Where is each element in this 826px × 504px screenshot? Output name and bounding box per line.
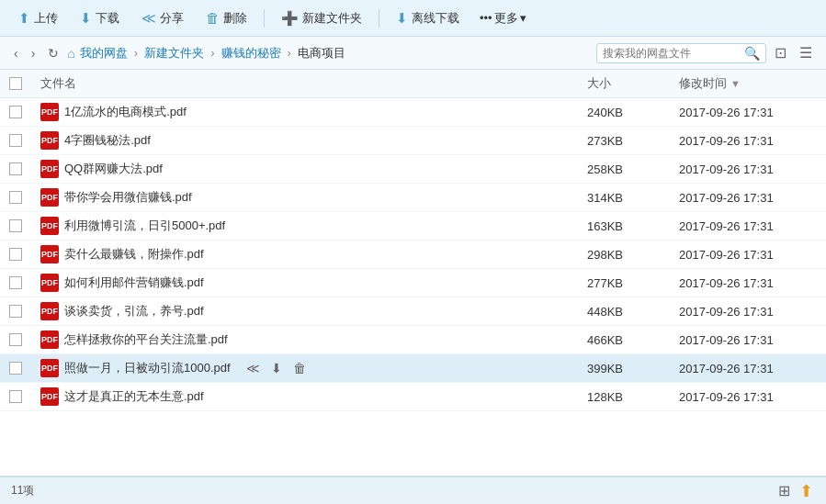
- row-checkbox-6[interactable]: [9, 276, 22, 289]
- row-modified-8: 2017-09-26 17:31: [679, 333, 817, 347]
- row-check-1: [9, 134, 37, 147]
- breadcrumb-home[interactable]: 我的网盘: [77, 44, 130, 62]
- row-download-btn-9[interactable]: ⬇: [268, 360, 285, 376]
- refresh-button[interactable]: ↻: [43, 44, 63, 62]
- row-actions-9: ≪ ⬇ 🗑: [243, 360, 309, 376]
- file-name-text-3: 带你学会用微信赚钱.pdf: [64, 189, 192, 206]
- breadcrumb-path: ⌂ 我的网盘 › 新建文件夹 › 赚钱的秘密 › 电商项目: [67, 44, 593, 62]
- row-name-8: PDF 怎样拯救你的平台关注流量.pdf: [37, 330, 587, 349]
- file-name-text-4: 利用微博引流，日引5000+.pdf: [64, 218, 225, 234]
- table-row[interactable]: PDF 这才是真正的无本生意.pdf 128KB 2017-09-26 17:3…: [0, 383, 826, 411]
- row-size-7: 448KB: [587, 305, 679, 319]
- file-name-text-1: 4字圈钱秘法.pdf: [64, 132, 151, 149]
- view-grid-button[interactable]: ⊡: [770, 42, 791, 63]
- row-size-2: 258KB: [587, 162, 679, 176]
- header-check: [9, 77, 37, 90]
- row-checkbox-10[interactable]: [9, 390, 22, 403]
- row-name-4: PDF 利用微博引流，日引5000+.pdf: [37, 217, 587, 235]
- share-icon: ≪: [141, 10, 156, 27]
- breadcrumb-level1[interactable]: 新建文件夹: [141, 44, 207, 62]
- download-button[interactable]: ⬇ 下载: [71, 6, 129, 30]
- status-icons: ⊞ ⬆: [776, 479, 815, 503]
- pdf-icon-1: PDF: [40, 131, 59, 150]
- search-input[interactable]: [603, 47, 741, 60]
- row-size-10: 128KB: [587, 390, 679, 404]
- row-check-9: [9, 362, 37, 375]
- row-size-8: 466KB: [587, 333, 679, 347]
- row-checkbox-4[interactable]: [9, 219, 22, 232]
- row-checkbox-3[interactable]: [9, 191, 22, 204]
- forward-button[interactable]: ›: [27, 44, 40, 62]
- upload-status-button[interactable]: ⬆: [798, 479, 815, 503]
- pdf-icon-5: PDF: [40, 245, 59, 263]
- view-list-button[interactable]: ☰: [795, 42, 817, 63]
- table-row[interactable]: PDF 怎样拯救你的平台关注流量.pdf 466KB 2017-09-26 17…: [0, 326, 826, 354]
- table-row[interactable]: PDF QQ群网赚大法.pdf 258KB 2017-09-26 17:31: [0, 155, 826, 184]
- row-checkbox-2[interactable]: [9, 162, 22, 175]
- table-row[interactable]: PDF 利用微博引流，日引5000+.pdf 163KB 2017-09-26 …: [0, 212, 826, 241]
- share-button[interactable]: ≪ 分享: [132, 6, 193, 30]
- delete-icon: 🗑: [206, 10, 220, 26]
- more-dots: •••: [480, 11, 492, 25]
- table-row[interactable]: PDF 卖什么最赚钱，附操作.pdf 298KB 2017-09-26 17:3…: [0, 241, 826, 269]
- pdf-icon-6: PDF: [40, 274, 59, 292]
- upload-button[interactable]: ⬆ 上传: [9, 6, 67, 30]
- row-checkbox-1[interactable]: [9, 134, 22, 147]
- search-button[interactable]: 🔍: [744, 46, 760, 61]
- row-size-3: 314KB: [587, 191, 679, 205]
- header-col-name: 文件名: [37, 75, 587, 92]
- row-checkbox-5[interactable]: [9, 248, 22, 261]
- breadcrumb-level2[interactable]: 赚钱的秘密: [219, 44, 284, 62]
- row-checkbox-9[interactable]: [9, 362, 22, 375]
- row-modified-4: 2017-09-26 17:31: [679, 219, 817, 233]
- row-check-5: [9, 248, 37, 261]
- row-check-4: [9, 219, 37, 232]
- row-modified-5: 2017-09-26 17:31: [679, 248, 817, 262]
- row-check-3: [9, 191, 37, 204]
- search-bar: 🔍: [596, 43, 766, 63]
- row-modified-2: 2017-09-26 17:31: [679, 162, 817, 176]
- more-button[interactable]: ••• 更多 ▾: [472, 6, 534, 30]
- row-checkbox-8[interactable]: [9, 333, 22, 346]
- row-name-5: PDF 卖什么最赚钱，附操作.pdf: [37, 245, 587, 263]
- row-check-10: [9, 390, 37, 403]
- pdf-icon-4: PDF: [40, 217, 59, 235]
- table-row[interactable]: PDF 如何利用邮件营销赚钱.pdf 277KB 2017-09-26 17:3…: [0, 269, 826, 297]
- file-list-header: 文件名 大小 修改时间 ▼: [0, 70, 826, 98]
- offline-download-button[interactable]: ⬇ 离线下载: [387, 6, 469, 30]
- file-name-text-9: 照做一月，日被动引流1000.pdf: [64, 360, 231, 376]
- row-checkbox-7[interactable]: [9, 305, 22, 318]
- row-name-10: PDF 这才是真正的无本生意.pdf: [37, 387, 587, 406]
- table-row[interactable]: PDF 4字圈钱秘法.pdf 273KB 2017-09-26 17:31: [0, 127, 826, 155]
- row-name-7: PDF 谈谈卖货，引流，养号.pdf: [37, 302, 587, 320]
- row-share-btn-9[interactable]: ≪: [243, 360, 263, 376]
- back-button[interactable]: ‹: [9, 44, 23, 62]
- pdf-icon-2: PDF: [40, 160, 59, 178]
- delete-button[interactable]: 🗑 删除: [197, 6, 256, 30]
- row-delete-btn-9[interactable]: 🗑: [290, 360, 309, 376]
- grid-view-button[interactable]: ⊞: [776, 480, 792, 501]
- header-col-modified[interactable]: 修改时间 ▼: [679, 75, 817, 92]
- row-check-8: [9, 333, 37, 346]
- row-name-1: PDF 4字圈钱秘法.pdf: [37, 131, 587, 150]
- row-modified-0: 2017-09-26 17:31: [679, 106, 817, 119]
- row-name-6: PDF 如何利用邮件营销赚钱.pdf: [37, 274, 587, 292]
- row-modified-1: 2017-09-26 17:31: [679, 134, 817, 148]
- row-checkbox-0[interactable]: [9, 106, 22, 118]
- new-folder-button[interactable]: ➕ 新建文件夹: [272, 6, 371, 30]
- separator-1: [264, 9, 265, 28]
- row-check-6: [9, 276, 37, 289]
- table-row[interactable]: PDF 照做一月，日被动引流1000.pdf ≪ ⬇ 🗑 399KB 2017-…: [0, 354, 826, 383]
- table-row[interactable]: PDF 1亿流水的电商模式.pdf 240KB 2017-09-26 17:31: [0, 98, 826, 127]
- upload-icon: ⬆: [18, 10, 30, 27]
- row-size-0: 240KB: [587, 106, 679, 119]
- table-row[interactable]: PDF 带你学会用微信赚钱.pdf 314KB 2017-09-26 17:31: [0, 184, 826, 212]
- file-name-text-8: 怎样拯救你的平台关注流量.pdf: [64, 331, 228, 348]
- row-check-7: [9, 305, 37, 318]
- breadcrumb-current[interactable]: 电商项目: [295, 44, 348, 62]
- status-count: 11项: [11, 483, 34, 498]
- row-name-0: PDF 1亿流水的电商模式.pdf: [37, 103, 587, 121]
- pdf-icon-0: PDF: [40, 103, 59, 121]
- table-row[interactable]: PDF 谈谈卖货，引流，养号.pdf 448KB 2017-09-26 17:3…: [0, 297, 826, 326]
- select-all-checkbox[interactable]: [9, 77, 22, 90]
